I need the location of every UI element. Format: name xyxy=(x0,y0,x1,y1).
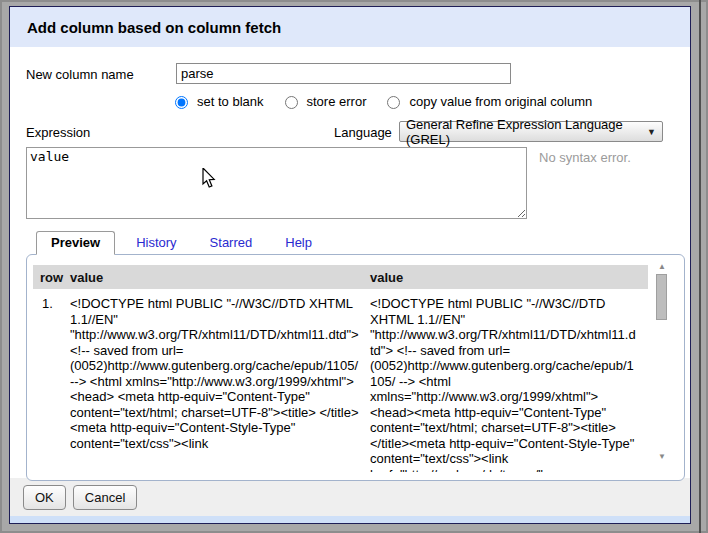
expression-label: Expression xyxy=(26,125,90,140)
dialog-bottom-strip xyxy=(10,516,690,523)
dialog-footer: OK Cancel xyxy=(10,478,690,516)
syntax-status-text: No syntax error. xyxy=(539,150,631,165)
row-number-cell: 1. xyxy=(33,296,70,472)
column-header-row: row xyxy=(33,270,70,285)
add-column-fetch-dialog: Add column based on column fetch New col… xyxy=(9,6,691,524)
tab-history[interactable]: History xyxy=(124,232,188,254)
ok-button[interactable]: OK xyxy=(23,485,66,510)
scroll-up-icon[interactable]: ▲ xyxy=(655,261,669,273)
language-label: Language xyxy=(334,125,392,140)
dialog-header: Add column based on column fetch xyxy=(10,7,690,47)
cancel-button[interactable]: Cancel xyxy=(73,485,137,510)
preview-tabs: Preview History Starred Help xyxy=(26,232,324,254)
radio-set-to-blank[interactable] xyxy=(175,96,188,109)
radio-copy-value-label[interactable]: copy value from original column xyxy=(409,94,592,109)
preview-table-header: row value value xyxy=(33,265,648,289)
new-column-name-label: New column name xyxy=(26,67,134,82)
scrollbar-thumb[interactable] xyxy=(656,274,667,320)
window-edge-line xyxy=(699,0,701,533)
screen-background: Add column based on column fetch New col… xyxy=(0,0,708,533)
tab-starred[interactable]: Starred xyxy=(198,232,265,254)
dialog-body: New column name set to blank store error… xyxy=(10,47,690,478)
new-value-cell: <!DOCTYPE html PUBLIC "-//W3C//DTD XHTML… xyxy=(370,296,648,472)
expression-textarea[interactable]: value xyxy=(26,147,527,219)
scroll-down-icon[interactable]: ▼ xyxy=(655,451,669,463)
preview-panel: row value value 1. <!DOCTYPE html PUBLIC… xyxy=(26,254,685,481)
chevron-down-icon: ▼ xyxy=(647,127,656,137)
radio-store-error[interactable] xyxy=(285,96,298,109)
column-header-value-original: value xyxy=(70,270,370,285)
dialog-title: Add column based on column fetch xyxy=(27,19,281,36)
radio-store-error-label[interactable]: store error xyxy=(307,94,367,109)
preview-table: row value value 1. <!DOCTYPE html PUBLIC… xyxy=(33,265,648,472)
language-selected-value: General Refine Expression Language (GREL… xyxy=(406,117,641,147)
tab-preview[interactable]: Preview xyxy=(36,231,115,255)
table-row: 1. <!DOCTYPE html PUBLIC "-//W3C//DTD XH… xyxy=(33,289,648,472)
preview-scrollbar[interactable]: ▲ ▼ xyxy=(655,261,669,463)
tab-help[interactable]: Help xyxy=(273,232,324,254)
column-header-value-new: value xyxy=(370,270,648,285)
radio-copy-value[interactable] xyxy=(387,96,400,109)
language-select[interactable]: General Refine Expression Language (GREL… xyxy=(399,121,663,142)
on-error-radio-group: set to blank store error copy value from… xyxy=(170,93,602,109)
radio-set-to-blank-label[interactable]: set to blank xyxy=(197,94,264,109)
original-value-cell: <!DOCTYPE html PUBLIC "-//W3C//DTD XHTML… xyxy=(70,296,370,472)
expression-editor-wrap: value xyxy=(26,147,527,219)
new-column-name-input[interactable] xyxy=(176,63,511,84)
